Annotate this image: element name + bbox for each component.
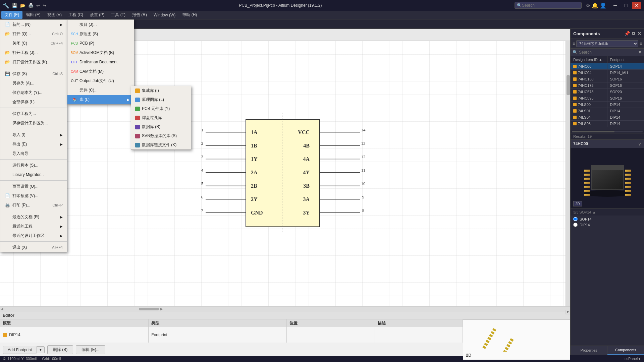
component-row-74ls08[interactable]: 74LS08 DIP14 [571,121,644,127]
lib-svn[interactable]: SVN数据库的库 (S) [131,131,191,140]
menu-open-workspace[interactable]: 📂 打开设计工作区 (K)... [0,57,67,67]
menu-open-project[interactable]: 📂 打开工程 (J)... [0,48,67,57]
component-row-74hc138[interactable]: 74HC138 SOP16 [571,76,644,82]
add-footprint-dropdown[interactable]: ▼ [37,346,45,353]
pin-icon[interactable]: 📌 [624,31,630,37]
table-row[interactable]: DIP14 Footprint [0,327,463,343]
vertical-scrollbar[interactable]: ▼ [566,41,570,306]
minimize-button[interactable]: ─ [610,2,620,9]
menu-recent-workspaces[interactable]: 最近的设计工作区 ▶ [0,231,67,240]
list-scrollbar[interactable] [571,130,644,133]
component-row-74hc573[interactable]: 74HC573 SOP20 [571,89,644,95]
menu-recent-docs[interactable]: 最近的文档 (R) ▶ [0,212,67,222]
component-row-74hc175[interactable]: 74HC175 SOP16 [571,82,644,89]
global-search-input[interactable] [522,3,576,8]
component-list[interactable]: 74HC00 SOP14 74HC04 DIP14_MH 74HC138 SOP… [571,63,644,130]
panels-btn[interactable]: csPanel▼ [625,357,641,361]
lib-pad[interactable]: 焊盘过孔库 [131,113,191,122]
menu-edit[interactable]: 编辑 (E) [22,11,44,19]
lib-dblink[interactable]: 数据库链接文件 (K) [131,140,191,149]
component-row-74hc00[interactable]: 74HC00 SOP14 [571,63,644,70]
new-pcb[interactable]: PCB PCB (P) [67,39,134,48]
close-panel-icon[interactable]: ✕ [637,31,641,37]
menu-print[interactable]: 🖨️ 打印 (P)... Ctrl+P [0,200,67,210]
toolbar-icon-4[interactable]: ↩ [36,3,40,8]
component-row-74ls00[interactable]: 74LS00 DIP14 [571,102,644,108]
component-search-input[interactable] [579,50,637,55]
list-scroll-thumb[interactable] [572,131,614,132]
float-icon[interactable]: ⧉ [632,31,635,37]
new-activebom[interactable]: BOM ActiveBOM文档 (B) [67,48,134,57]
component-row-74ls04[interactable]: 74LS04 DIP14 [571,114,644,121]
menu-save[interactable]: 💾 保存 (S) Ctrl+S [0,69,67,78]
menu-run-script[interactable]: 运行脚本 (S)... [0,161,67,170]
settings-icon[interactable]: ⚙ [586,2,590,9]
menu-reports[interactable]: 报告 (R) [129,11,150,19]
filter-more-icon[interactable]: ≡ [640,41,642,46]
hscroll-right-btn[interactable]: ▶ [160,307,163,311]
menu-new[interactable]: 📄 新的... (N) ▶ [0,20,67,29]
menu-open[interactable]: 📂 打开 (Q)... Ctrl+O [0,29,67,39]
col-design-id[interactable]: Design Item ID ▲ [571,56,607,63]
new-project[interactable]: 项目 (J)... [67,20,134,29]
menu-recent-projects[interactable]: 最近的工程 ▶ [0,222,67,231]
menu-save-all[interactable]: 全部保存 (L) [0,97,67,107]
hscroll-thumb[interactable] [139,308,159,310]
menu-place[interactable]: 放置 (P) [87,11,108,19]
menu-library-migrator[interactable]: Library Migrator... [0,170,67,179]
hscroll-left-btn[interactable]: ◀ [1,307,3,311]
lib-database[interactable]: 数据库 (B) [131,122,191,131]
menu-exit[interactable]: 退出 (X) Alt+F4 [0,243,67,252]
search-expand-icon[interactable]: ▼ [638,50,642,55]
menu-window[interactable]: Window (W) [150,12,179,18]
menu-saveas[interactable]: 另存为 (A)... [0,78,67,88]
view-2d-btn[interactable]: 2D [573,201,582,206]
lib-schematic[interactable]: 原理图库 (L) [131,95,191,104]
vscroll-thumb[interactable] [567,75,570,95]
menu-tools[interactable]: 工具 (T) [108,11,129,19]
horizontal-scrollbar[interactable]: ◀ ▶ [0,306,570,311]
menu-view[interactable]: 视图 (V) [44,11,65,19]
new-output-job[interactable]: OUT Output Job文件 (U) [67,76,134,85]
menu-file[interactable]: 文件 (E) [1,11,22,19]
col-footprint[interactable]: Footprint [607,56,644,63]
properties-tab[interactable]: Properties [571,346,607,355]
new-component[interactable]: 元件 (C)... [67,85,134,95]
lib-integrated[interactable]: 集成库 (I) [131,86,191,95]
delete-button[interactable]: 删除 (B) [47,345,73,354]
menu-save-copy[interactable]: 保存副本为 (Y)... [0,88,67,97]
lib-pcb[interactable]: PCB 元件库 (Y) [131,104,191,113]
notifications-icon[interactable]: 🔔 [592,2,598,9]
new-schematic[interactable]: SCH 原理图 (S) [67,29,134,39]
account-icon[interactable]: 👤 [600,2,606,9]
menu-import-wizard[interactable]: 导入向导 [0,149,67,158]
components-tab[interactable]: Components [607,346,644,355]
expand-icon[interactable]: ∨ [638,141,641,146]
option-sop14[interactable]: SOP14 [573,217,641,221]
toolbar-icon-3[interactable]: 🖨️ [28,3,34,8]
component-row-74hc595[interactable]: 74HC595 SOP16 [571,95,644,102]
menu-help[interactable]: 帮助 (H) [179,11,200,19]
radio-sop14[interactable] [573,217,578,221]
menu-import[interactable]: 导入 (I) ▶ [0,130,67,139]
toolbar-icon-5[interactable]: ↪ [43,3,46,8]
toolbar-icon-1[interactable]: 💾 [12,3,17,8]
menu-page-setup[interactable]: 页面设置 (U)... [0,182,67,191]
new-cam[interactable]: CAM CAM文档 (M) [67,67,134,76]
toolbar-icon-2[interactable]: 📂 [20,3,25,8]
library-select[interactable]: 74系列芯片.IntLib [576,40,638,47]
menu-close[interactable]: 关闭 (C) Ctrl+F4 [0,39,67,48]
menu-project[interactable]: 工程 (C) [65,11,87,19]
menu-save-workspace[interactable]: 保存设计工作区为... [0,118,67,128]
menu-export[interactable]: 导出 (E) ▶ [0,139,67,149]
option-dip14[interactable]: DIP14 [573,223,641,227]
radio-dip14[interactable] [573,223,578,227]
add-footprint-button[interactable]: Add Footprint [3,346,37,354]
new-draftsman[interactable]: DFT Draftsman Document [67,57,134,67]
new-library[interactable]: 📚 库 (L) ▶ [67,95,134,104]
edit-button[interactable]: 编辑 (E)... [76,345,105,354]
component-row-74ls01[interactable]: 74LS01 DIP14 [571,108,644,114]
menu-print-preview[interactable]: 📄 打印预览 (V)... [0,191,67,200]
menu-save-project[interactable]: 保存工程为... [0,109,67,118]
component-row-74hc04[interactable]: 74HC04 DIP14_MH [571,70,644,76]
